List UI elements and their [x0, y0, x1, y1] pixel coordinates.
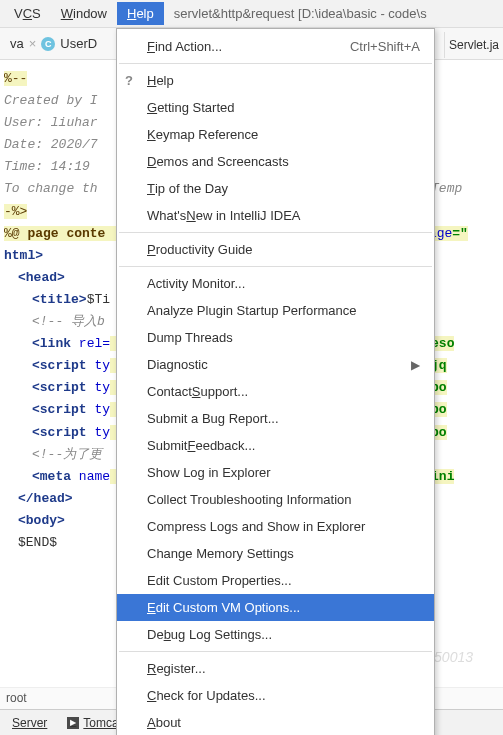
menu-keymap[interactable]: Keymap Reference: [117, 121, 434, 148]
code: %--: [4, 71, 27, 86]
menu-help-item[interactable]: ?Help: [117, 67, 434, 94]
menu-vcs[interactable]: VCS: [4, 2, 51, 25]
menu-check-updates[interactable]: Check for Updates...: [117, 682, 434, 709]
menu-analyze-plugin[interactable]: Analyze Plugin Startup Performance: [117, 297, 434, 324]
help-icon: ?: [125, 73, 133, 88]
menu-compress-logs[interactable]: Compress Logs and Show in Explorer: [117, 513, 434, 540]
tab-sep: va: [10, 36, 24, 51]
menubar: VCS Window Help servlet&http&request [D:…: [0, 0, 503, 28]
menu-contact-support[interactable]: Contact Support...: [117, 378, 434, 405]
menu-diagnostic[interactable]: Diagnostic▶: [117, 351, 434, 378]
run-icon: ▶: [67, 717, 79, 729]
tab-label: UserD: [60, 36, 97, 51]
menu-separator: [119, 63, 432, 64]
menu-debug-log[interactable]: Debug Log Settings...: [117, 621, 434, 648]
menu-whatsnew[interactable]: What's New in IntelliJ IDEA: [117, 202, 434, 229]
menu-memory-settings[interactable]: Change Memory Settings: [117, 540, 434, 567]
menu-separator: [119, 266, 432, 267]
help-dropdown: Find Action...Ctrl+Shift+A ?Help Getting…: [116, 28, 435, 735]
menu-custom-properties[interactable]: Edit Custom Properties...: [117, 567, 434, 594]
menu-productivity[interactable]: Productivity Guide: [117, 236, 434, 263]
menu-getting-started[interactable]: Getting Started: [117, 94, 434, 121]
menu-dump-threads[interactable]: Dump Threads: [117, 324, 434, 351]
menu-bug-report[interactable]: Submit a Bug Report...: [117, 405, 434, 432]
class-icon: C: [41, 37, 55, 51]
menu-help[interactable]: Help: [117, 2, 164, 25]
editor-tab-left[interactable]: va × C UserD: [2, 32, 105, 55]
menu-feedback[interactable]: Submit Feedback...: [117, 432, 434, 459]
menu-show-log[interactable]: Show Log in Explorer: [117, 459, 434, 486]
menu-find-action[interactable]: Find Action...Ctrl+Shift+A: [117, 33, 434, 60]
window-title: servlet&http&request [D:\idea\basic - co…: [164, 2, 437, 25]
chevron-right-icon: ▶: [411, 358, 420, 372]
code: -%>: [4, 204, 27, 219]
menu-activity-monitor[interactable]: Activity Monitor...: [117, 270, 434, 297]
menu-separator: [119, 651, 432, 652]
editor-tab-right[interactable]: Servlet.ja: [444, 32, 503, 58]
menu-about[interactable]: About: [117, 709, 434, 735]
menu-window[interactable]: Window: [51, 2, 117, 25]
menu-separator: [119, 232, 432, 233]
menu-demos[interactable]: Demos and Screencasts: [117, 148, 434, 175]
menu-collect-troubleshoot[interactable]: Collect Troubleshooting Information: [117, 486, 434, 513]
menu-register[interactable]: Register...: [117, 655, 434, 682]
menu-tip[interactable]: Tip of the Day: [117, 175, 434, 202]
menu-custom-vm-options[interactable]: Edit Custom VM Options...: [117, 594, 434, 621]
server-tab[interactable]: Server: [6, 713, 53, 733]
